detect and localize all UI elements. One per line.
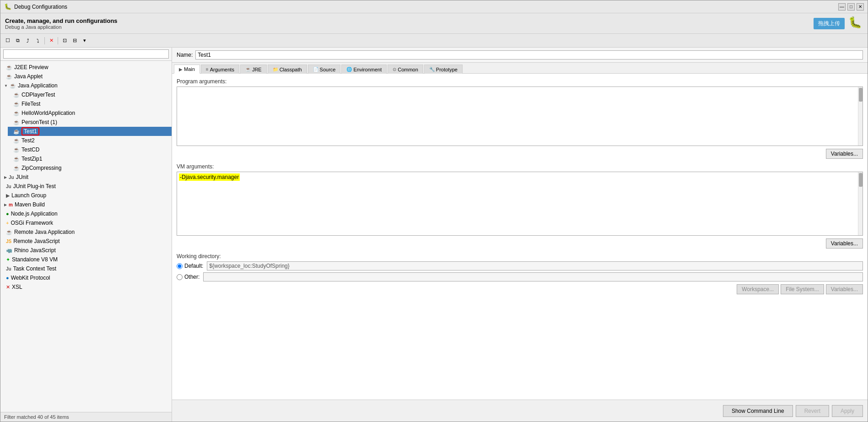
tab-arguments[interactable]: ≡ Arguments bbox=[201, 65, 239, 74]
import-config-button[interactable]: ⤵ bbox=[33, 36, 43, 45]
prototype-tab-icon: 🔧 bbox=[429, 67, 435, 72]
export-config-button[interactable]: ⤴ bbox=[23, 36, 32, 45]
tree-item-label: J2EE Preview bbox=[14, 64, 49, 70]
tree-item-osgi[interactable]: + OSGi Framework bbox=[0, 218, 172, 227]
left-panel: ☕ J2EE Preview ☕ Java Applet ▼ ☕ Java Ap… bbox=[0, 48, 172, 422]
rhino-icon: 🦏 bbox=[6, 248, 12, 254]
tree-item-j2ee[interactable]: ☕ J2EE Preview bbox=[0, 63, 172, 72]
working-dir-section: Working directory: Default: Other: bbox=[177, 253, 863, 294]
tree-item-persontest[interactable]: ☕ PersonTest (1) bbox=[8, 118, 172, 127]
program-args-scrollbar[interactable] bbox=[858, 87, 863, 146]
tree-item-nodejs[interactable]: ● Node.js Application bbox=[0, 209, 172, 218]
name-input[interactable] bbox=[195, 50, 863, 60]
tree-item-testzip1[interactable]: ☕ TestZip1 bbox=[8, 154, 172, 163]
show-command-line-button[interactable]: Show Command Line bbox=[723, 405, 793, 417]
tree-group-java-application[interactable]: ▼ ☕ Java Application bbox=[0, 81, 172, 90]
tree-item-label: XSL bbox=[12, 284, 22, 290]
main-heading: Create, manage, and run configurations bbox=[5, 17, 118, 24]
default-dir-input[interactable] bbox=[207, 261, 863, 271]
filter-status: Filter matched 40 of 45 items bbox=[0, 412, 172, 422]
filesystem-button[interactable]: File System... bbox=[781, 284, 824, 294]
tab-source[interactable]: 📄 Source bbox=[308, 65, 341, 74]
tree-group-junit[interactable]: ▶ Ju JUnit bbox=[0, 173, 172, 182]
other-radio-label: Other: bbox=[177, 274, 199, 280]
revert-button[interactable]: Revert bbox=[796, 405, 829, 417]
tree-item-label: Rhino JavaScript bbox=[14, 247, 56, 254]
tab-main[interactable]: ▶ Main bbox=[174, 65, 200, 74]
minimize-button[interactable]: — bbox=[838, 3, 846, 11]
tree-item-label: Remote JavaScript bbox=[13, 238, 59, 244]
maven-label: Maven Build bbox=[15, 201, 45, 208]
vm-highlight-text[interactable]: -Djava.security.manager bbox=[179, 173, 240, 181]
duplicate-config-button[interactable]: ⧉ bbox=[13, 36, 22, 45]
tree-item-test2[interactable]: ☕ Test2 bbox=[8, 136, 172, 145]
tree-item-helloworld[interactable]: ☕ HelloWorldApplication bbox=[8, 108, 172, 118]
expand-button[interactable]: ▾ bbox=[80, 36, 89, 45]
tree-item-launch-group[interactable]: ▶ Launch Group bbox=[0, 191, 172, 200]
j2ee-icon: ☕ bbox=[6, 65, 12, 70]
other-radio[interactable] bbox=[177, 274, 183, 280]
test2-icon: ☕ bbox=[13, 138, 20, 144]
tab-jre[interactable]: ☕ JRE bbox=[240, 65, 267, 74]
tree-item-remote-java[interactable]: ☕ Remote Java Application bbox=[0, 227, 172, 237]
testzip1-icon: ☕ bbox=[13, 156, 20, 162]
tree-item-remote-js[interactable]: JS Remote JavaScript bbox=[0, 237, 172, 246]
new-config-button[interactable]: ☐ bbox=[3, 36, 12, 45]
tree-item-standalone[interactable]: ✦ Standalone V8 VM bbox=[0, 255, 172, 264]
main-tab-icon: ▶ bbox=[179, 67, 183, 72]
variables-button-1[interactable]: Variables... bbox=[826, 149, 863, 159]
vm-args-label: VM arguments: bbox=[177, 163, 863, 170]
default-radio[interactable] bbox=[177, 263, 183, 269]
tab-jre-label: JRE bbox=[252, 67, 262, 72]
variables-button-3[interactable]: Variables... bbox=[826, 284, 863, 294]
tab-source-label: Source bbox=[320, 67, 336, 72]
tree-item-junit-plugin[interactable]: Ju JUnit Plug-in Test bbox=[0, 182, 172, 191]
bottom-bar: Show Command Line Revert Apply bbox=[172, 400, 868, 422]
filter-button[interactable]: ⊟ bbox=[70, 36, 79, 45]
osgi-icon: + bbox=[6, 220, 9, 226]
upload-button[interactable]: 拖拽上传 bbox=[814, 18, 845, 29]
tree-item-xsl[interactable]: ✕ XSL bbox=[0, 282, 172, 292]
variables-btn-row-1: Variables... bbox=[177, 149, 863, 159]
vm-args-area: -Djava.security.manager bbox=[177, 172, 863, 236]
vm-args-scrollbar[interactable] bbox=[858, 172, 863, 235]
toolbar-separator-1 bbox=[44, 37, 45, 44]
junit-plugin-icon: Ju bbox=[6, 184, 11, 189]
program-args-scrollbar-thumb bbox=[859, 88, 863, 102]
tab-environment[interactable]: 🌐 Environment bbox=[341, 65, 387, 74]
search-input[interactable] bbox=[3, 49, 169, 59]
close-button[interactable]: ✕ bbox=[857, 3, 864, 11]
delete-config-button[interactable]: ✕ bbox=[47, 36, 56, 45]
variables-button-2[interactable]: Variables... bbox=[826, 238, 863, 249]
tree-item-label: PersonTest (1) bbox=[22, 119, 57, 125]
tree-item-label: CDPlayerTest bbox=[22, 92, 55, 98]
tree-item-cdplayer[interactable]: ☕ CDPlayerTest bbox=[8, 90, 172, 99]
working-dir-other-row: Other: bbox=[177, 272, 863, 281]
expand-icon: ▼ bbox=[4, 84, 8, 88]
maximize-button[interactable]: □ bbox=[847, 3, 855, 11]
tree-item-testcd[interactable]: ☕ TestCD bbox=[8, 145, 172, 154]
dir-buttons: Workspace... File System... Variables... bbox=[177, 284, 863, 294]
program-args-textarea[interactable] bbox=[177, 87, 857, 142]
tab-arguments-label: Arguments bbox=[210, 67, 234, 72]
tab-classpath[interactable]: 📁 Classpath bbox=[268, 65, 307, 74]
tree-item-test1[interactable]: ☕ Test1 bbox=[8, 127, 172, 136]
tree-item-label: HelloWorldApplication bbox=[22, 110, 75, 116]
tree-item-webkit[interactable]: ● WebKit Protocol bbox=[0, 273, 172, 282]
vm-args-scrollbar-thumb bbox=[859, 173, 863, 187]
remote-java-icon: ☕ bbox=[6, 229, 12, 235]
tree-item-task-context[interactable]: Ju Task Context Test bbox=[0, 264, 172, 273]
tab-common[interactable]: ⊙ Common bbox=[388, 65, 423, 74]
workspace-button[interactable]: Workspace... bbox=[737, 284, 779, 294]
tab-prototype[interactable]: 🔧 Prototype bbox=[424, 65, 463, 74]
tree-group-maven[interactable]: ▶ m Maven Build bbox=[0, 200, 172, 209]
tree-item-filetest[interactable]: ☕ FileTest bbox=[8, 99, 172, 108]
tree-item-label: OSGi Framework bbox=[11, 220, 53, 226]
tree-item-zipcompressing[interactable]: ☕ ZipCompressing bbox=[8, 163, 172, 173]
collapse-all-button[interactable]: ⊡ bbox=[60, 36, 69, 45]
other-dir-input[interactable] bbox=[203, 272, 863, 281]
toolbar-separator-2 bbox=[58, 37, 58, 44]
apply-button[interactable]: Apply bbox=[832, 405, 863, 417]
tree-item-rhino[interactable]: 🦏 Rhino JavaScript bbox=[0, 246, 172, 255]
tree-item-java-applet[interactable]: ☕ Java Applet bbox=[0, 72, 172, 81]
